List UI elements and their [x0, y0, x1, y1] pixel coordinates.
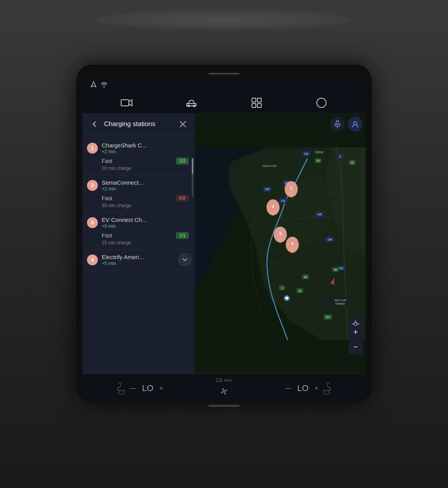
close-button[interactable] [177, 118, 189, 130]
svg-text:183: 183 [265, 188, 269, 190]
wifi-icon [100, 81, 108, 88]
svg-text:Watsonville: Watsonville [262, 164, 277, 168]
svg-text:2: 2 [272, 204, 274, 209]
station-3-duration: 25 min charge [102, 240, 189, 246]
svg-text:1: 1 [290, 186, 292, 190]
main-screen: Charging stations [82, 77, 366, 403]
station-2-name: SemaConnect... [102, 179, 179, 186]
auto-label: Auto [224, 378, 232, 382]
nav-arrow-icon [90, 81, 97, 88]
station-3-type: Fast [102, 232, 112, 239]
svg-rect-4 [257, 98, 261, 102]
svg-rect-0 [121, 100, 129, 106]
camera-nav-button[interactable] [120, 96, 134, 110]
svg-point-61 [354, 122, 357, 125]
svg-text:198: 198 [328, 238, 332, 241]
svg-point-51 [271, 209, 275, 215]
charging-stations-panel: Charging stations [82, 114, 195, 374]
panel-header: Charging stations [82, 114, 195, 135]
left-climate-control: — LO + [116, 382, 164, 395]
svg-text:3: 3 [279, 232, 281, 236]
station-1-details: Fast 2/2 [102, 157, 189, 164]
auto-frame-icon [216, 378, 222, 383]
station-4-name: Electrify Ameri... [102, 254, 179, 260]
svg-point-57 [290, 247, 294, 253]
svg-rect-3 [252, 98, 256, 102]
grid-nav-button[interactable] [250, 96, 264, 110]
svg-rect-6 [257, 104, 261, 107]
station-item-2[interactable]: 2 SemaConnect... +2 min Fast 0/2 [82, 175, 195, 213]
station-2-time: +2 min [102, 186, 189, 192]
left-temp-plus[interactable]: + [158, 383, 164, 393]
screen-bezel: Charging stations [76, 65, 372, 402]
station-item-1[interactable]: 1 ChargeShark C... +2 min Fast 2/2 [82, 138, 195, 175]
scrollbar-thumb[interactable] [192, 158, 193, 174]
car-nav-button[interactable] [184, 96, 198, 110]
stations-list: 1 ChargeShark C... +2 min Fast 2/2 [82, 135, 195, 374]
right-seat-icon [322, 382, 332, 395]
left-seat-icon [116, 382, 126, 395]
right-temp-value: LO [295, 383, 311, 393]
nav-bar [82, 92, 366, 114]
zoom-in-button[interactable]: + [349, 325, 363, 339]
svg-point-7 [317, 98, 326, 107]
right-temp-plus[interactable]: + [313, 383, 320, 393]
station-1-availability: 2/2 [176, 157, 189, 164]
svg-rect-59 [336, 121, 339, 125]
station-3-number: 3 [87, 217, 98, 228]
svg-text:46: 46 [304, 275, 307, 278]
map-area[interactable]: 152 25 5 33 156 [195, 114, 366, 374]
svg-point-62 [354, 322, 357, 325]
station-2-availability: 0/2 [176, 195, 189, 202]
svg-text:101: 101 [339, 266, 344, 269]
svg-rect-67 [217, 379, 221, 382]
station-2-info: SemaConnect... +2 min [102, 179, 189, 192]
station-3-info: EV Connect Ch... +6 min [102, 216, 189, 229]
svg-text:146: 146 [318, 213, 322, 215]
map-svg: 152 25 5 33 156 [195, 114, 366, 374]
bottom-bar: — LO + Auto [82, 374, 366, 403]
svg-text:101: 101 [281, 199, 285, 202]
expand-button[interactable] [178, 253, 192, 267]
station-4-info: Electrify Ameri... +5 min [102, 254, 189, 266]
svg-point-45 [285, 296, 288, 299]
station-item-4[interactable]: 4 Electrify Ameri... +5 min [82, 250, 195, 270]
svg-text:33: 33 [351, 161, 354, 164]
station-2-details: Fast 0/2 [102, 195, 189, 202]
zoom-out-button[interactable]: − [349, 340, 363, 354]
svg-text:152: 152 [304, 152, 308, 155]
svg-point-68 [223, 390, 225, 393]
back-button[interactable] [89, 118, 100, 130]
svg-text:5: 5 [340, 155, 341, 158]
svg-rect-5 [252, 104, 256, 107]
svg-text:4: 4 [291, 242, 293, 246]
right-temp-minus[interactable]: — [283, 383, 293, 393]
station-item-3[interactable]: 3 EV Connect Ch... +6 min Fast 1/1 [82, 213, 195, 250]
profile-nav-button[interactable] [314, 96, 328, 110]
left-temp-minus[interactable]: — [128, 383, 137, 393]
svg-text:25: 25 [317, 159, 320, 162]
station-1-time: +2 min [102, 149, 189, 154]
microphone-button[interactable] [330, 117, 345, 132]
speaker-top [88, 8, 360, 31]
station-3-details: Fast 1/1 [102, 232, 189, 239]
station-4-time: +5 min [102, 261, 189, 266]
station-1-type: Fast [102, 158, 112, 164]
status-bar [82, 77, 366, 92]
map-controls [330, 117, 363, 132]
station-1-info: ChargeShark C... +2 min [102, 142, 189, 154]
svg-text:1: 1 [281, 287, 283, 289]
main-content: Charging stations [82, 114, 366, 374]
fan-icon[interactable] [217, 384, 231, 398]
profile-button[interactable] [348, 117, 363, 132]
station-1-duration: 20 min charge [102, 166, 189, 171]
scrollbar[interactable] [192, 158, 193, 197]
zoom-controls: + − [349, 325, 363, 354]
station-3-availability: 1/1 [176, 232, 189, 239]
svg-point-54 [278, 237, 282, 243]
status-indicators [90, 81, 108, 88]
right-climate-control: — LO + [283, 382, 332, 395]
svg-text:Obispo: Obispo [335, 302, 346, 305]
top-handle [208, 73, 240, 74]
svg-text:San Luis: San Luis [334, 298, 346, 301]
